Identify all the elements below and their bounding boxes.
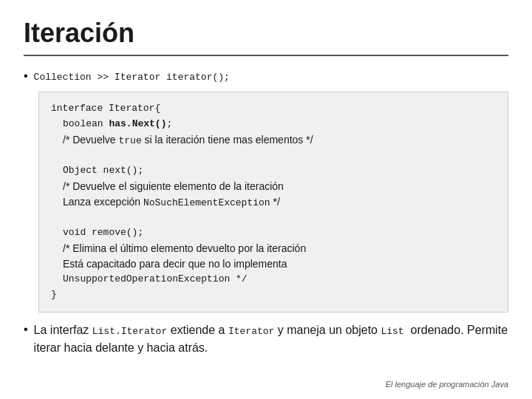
code-block: interface Iterator{ boolean has.Next(); … (38, 92, 508, 312)
code-line-11: } (51, 287, 496, 303)
bullet2-code1: List.Iterator (92, 326, 167, 337)
slide-title: Iteración (24, 18, 508, 49)
code-line-3: /* Devuelve true si la iteración tiene m… (63, 132, 496, 149)
code-line-4: Object next(); (63, 163, 496, 179)
bullet-symbol-2: • (24, 323, 28, 336)
bullet-item-1: • Collection >> Iterator iterator(); (24, 68, 508, 84)
bullet-symbol-1: • (24, 69, 28, 83)
bullet-item-2: • La interfaz List.Iterator extiende a I… (24, 321, 508, 357)
code-line-10: UnsupportedOperationException */ (63, 272, 496, 287)
title-divider (24, 55, 508, 56)
code-line-9: Está capacitado para decir que no lo imp… (63, 256, 496, 272)
bullet1-code: Collection >> Iterator iterator(); (34, 72, 230, 83)
code-line-2: boolean has.Next(); (63, 117, 496, 132)
bullet2-code3: List (381, 326, 403, 337)
bullet2-text: La interfaz List.Iterator extiende a Ite… (34, 321, 508, 357)
code-line-8: /* Elimina el último elemento devuelto p… (63, 241, 496, 256)
code-line-6: Lanza excepción NoSuchElementException *… (63, 194, 496, 211)
slide: Iteración • Collection >> Iterator itera… (0, 0, 532, 399)
bullet1-text: Collection >> Iterator iterator(); (34, 68, 230, 84)
footer-text: El lenguaje de programación Java (386, 380, 508, 389)
code-line-1: interface Iterator{ (51, 101, 496, 117)
code-line-5: /* Devuelve el siguiente elemento de la … (63, 179, 496, 194)
bullet2-code2: Iterator (228, 326, 274, 337)
code-line-7: void remove(); (63, 225, 496, 241)
